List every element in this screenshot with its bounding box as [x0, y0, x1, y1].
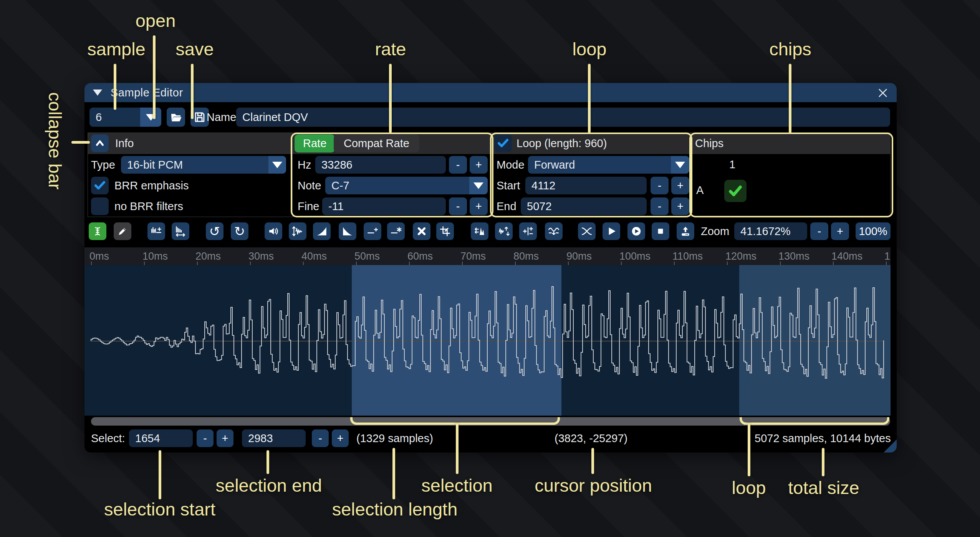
chevron-down-icon — [272, 162, 282, 168]
callout-line-selection — [456, 423, 459, 474]
zoom-reset-button[interactable]: 100% — [856, 222, 891, 240]
loop-end-minus-button[interactable]: - — [651, 197, 669, 215]
ruler[interactable]: 0ms10ms20ms30ms40ms50ms60ms70ms80ms90ms1… — [84, 247, 891, 265]
stop-preview-button[interactable] — [652, 222, 669, 240]
ruler-tick — [303, 262, 304, 265]
window-title: Sample Editor — [111, 86, 183, 99]
select-mode-button[interactable] — [89, 222, 106, 240]
rate-tab[interactable]: Rate — [295, 134, 335, 152]
resize-button[interactable] — [147, 222, 165, 240]
preview-selection-button[interactable] — [627, 222, 645, 240]
preview-button[interactable] — [603, 222, 620, 240]
rate-header: Rate Compat Rate — [293, 133, 491, 154]
zoom-in-button[interactable]: + — [831, 222, 849, 240]
sample-type-value: 16-bit PCM — [121, 159, 268, 171]
insert-silence-button[interactable] — [364, 222, 381, 240]
chip-row-label: A — [696, 179, 704, 201]
loop-end-plus-button[interactable]: + — [671, 197, 689, 215]
collapse-bar-button[interactable] — [91, 134, 109, 152]
properties-table: Info Type 16-bit PCM BRR emphasis no BRR… — [88, 133, 891, 217]
resample-button[interactable] — [172, 222, 189, 240]
play-circle-icon — [631, 225, 642, 237]
loop-mode-value: Forward — [528, 159, 671, 171]
no-brr-filters-label: no BRR filters — [114, 197, 183, 215]
annotation-collapse-bar: collapse bar — [45, 92, 66, 196]
apply-filter-button[interactable] — [545, 222, 563, 240]
fade-in-icon — [316, 225, 328, 237]
normalize-button[interactable] — [289, 222, 306, 240]
hz-minus-button[interactable]: - — [449, 156, 467, 174]
loop-mode-combo[interactable]: Forward — [528, 156, 689, 174]
compat-rate-tab[interactable]: Compat Rate — [334, 134, 419, 152]
window-titlebar[interactable]: Sample Editor — [84, 83, 897, 102]
amplify-button[interactable] — [265, 222, 282, 240]
note-label: Note — [298, 177, 321, 194]
fade-out-button[interactable] — [339, 222, 356, 240]
callout-line-chips — [789, 64, 791, 133]
sample-editor-window: Sample Editor 6 Name Clarinet DQV — [84, 83, 897, 452]
waveform-view[interactable] — [84, 265, 891, 416]
loop-start-minus-button[interactable]: - — [651, 177, 669, 194]
wave-updown-icon — [292, 225, 303, 237]
fine-minus-button[interactable]: - — [449, 197, 467, 215]
info-header: Info — [88, 133, 292, 154]
annotation-save: save — [175, 38, 214, 60]
apply-silence-button[interactable] — [387, 222, 405, 240]
loop-checkbox[interactable] — [494, 134, 512, 152]
note-combo[interactable]: C-7 — [325, 177, 488, 194]
open-sample-button[interactable] — [167, 108, 185, 127]
signed-unsigned-button[interactable] — [519, 222, 537, 240]
draw-mode-button[interactable] — [114, 222, 131, 240]
annotation-loop-bottom: loop — [732, 477, 766, 498]
fade-in-button[interactable] — [313, 222, 331, 240]
zoom-out-button[interactable]: - — [810, 222, 828, 240]
fine-plus-button[interactable]: + — [470, 197, 488, 215]
chip-column-label: 1 — [729, 157, 735, 172]
delete-button[interactable] — [413, 222, 430, 240]
sample-name-input[interactable]: Clarinet DQV — [236, 108, 890, 127]
selection-end-minus-button[interactable]: - — [312, 429, 329, 447]
crossfade-loop-button[interactable] — [578, 222, 596, 240]
sample-type-combo[interactable]: 16-bit PCM — [121, 156, 286, 174]
loop-start-value: 4112 — [531, 179, 555, 192]
callout-line-sample — [114, 64, 116, 110]
selection-end-input[interactable]: 2983 — [242, 429, 306, 447]
selection-start-minus-button[interactable]: - — [197, 429, 214, 447]
ruler-label: 150ms — [884, 250, 891, 262]
hz-input[interactable]: 33286 — [315, 156, 446, 174]
selection-start-input[interactable]: 1654 — [129, 429, 193, 447]
folder-open-icon — [169, 111, 182, 124]
loop-end-input[interactable]: 5072 — [521, 197, 647, 215]
redo-button[interactable]: ↻ — [231, 222, 248, 240]
fine-input[interactable]: -11 — [322, 197, 446, 215]
annotation-selection-start: selection start — [104, 499, 215, 520]
mode-label: Mode — [497, 156, 525, 174]
create-instrument-button[interactable] — [677, 222, 694, 240]
ruler-label: 140ms — [831, 250, 862, 262]
close-button[interactable] — [875, 85, 891, 101]
callout-line-collapse-bar — [71, 141, 90, 144]
chip-enable-button[interactable] — [724, 180, 747, 202]
brr-emphasis-checkbox[interactable] — [91, 177, 109, 194]
selection-end-plus-button[interactable]: + — [332, 429, 349, 447]
window-collapse-icon[interactable] — [93, 90, 102, 96]
loop-start-input[interactable]: 4112 — [525, 177, 647, 194]
zoom-input[interactable]: 41.1672% — [734, 222, 807, 240]
resize-grip[interactable] — [884, 439, 897, 452]
fade-out-icon — [342, 225, 353, 237]
callout-line-cursor-position — [591, 448, 594, 474]
invert-button[interactable] — [495, 222, 513, 240]
sample-number-combo[interactable]: 6 — [89, 108, 161, 127]
ruler-tick — [833, 262, 834, 265]
selection-start-plus-button[interactable]: + — [217, 429, 233, 447]
check-icon — [93, 179, 106, 192]
reverse-button[interactable] — [471, 222, 488, 240]
trim-button[interactable] — [436, 222, 454, 240]
loop-start-plus-button[interactable]: + — [671, 177, 689, 194]
chevron-up-icon — [94, 138, 106, 149]
no-brr-filters-checkbox[interactable] — [91, 197, 109, 215]
hz-value: 33286 — [321, 159, 353, 171]
undo-button[interactable]: ↺ — [206, 222, 223, 240]
ruler-label: 110ms — [672, 250, 703, 262]
hz-plus-button[interactable]: + — [470, 156, 488, 174]
